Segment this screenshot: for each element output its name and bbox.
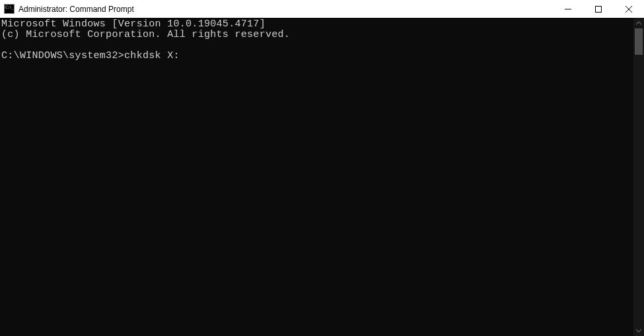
minimize-button[interactable] <box>553 0 583 18</box>
terminal-output[interactable]: Microsoft Windows [Version 10.0.19045.47… <box>0 18 633 336</box>
minimize-icon <box>565 6 571 13</box>
command-prompt-window: Administrator: Command Prompt Microsoft … <box>0 0 644 336</box>
version-line: Microsoft Windows [Version 10.0.19045.47… <box>1 18 266 30</box>
window-title: Administrator: Command Prompt <box>18 5 553 14</box>
vertical-scrollbar[interactable] <box>633 18 644 336</box>
copyright-line: (c) Microsoft Corporation. All rights re… <box>1 29 290 40</box>
prompt-text: C:\WINDOWS\system32> <box>1 50 124 61</box>
window-controls <box>553 0 644 18</box>
scroll-up-arrow[interactable] <box>633 18 644 28</box>
client-area: Microsoft Windows [Version 10.0.19045.47… <box>0 18 644 336</box>
titlebar[interactable]: Administrator: Command Prompt <box>0 0 644 18</box>
scroll-track[interactable] <box>633 28 644 325</box>
close-icon <box>626 6 632 13</box>
scroll-thumb[interactable] <box>635 28 643 55</box>
prompt-line: C:\WINDOWS\system32>chkdsk X: <box>1 50 180 61</box>
command-text[interactable]: chkdsk X: <box>124 50 180 61</box>
close-button[interactable] <box>614 0 644 18</box>
maximize-button[interactable] <box>583 0 614 18</box>
scroll-down-arrow[interactable] <box>633 325 644 336</box>
maximize-icon <box>595 6 602 13</box>
svg-rect-1 <box>596 6 602 12</box>
chevron-down-icon <box>636 328 641 333</box>
chevron-up-icon <box>636 20 641 26</box>
cmd-icon <box>4 4 15 14</box>
